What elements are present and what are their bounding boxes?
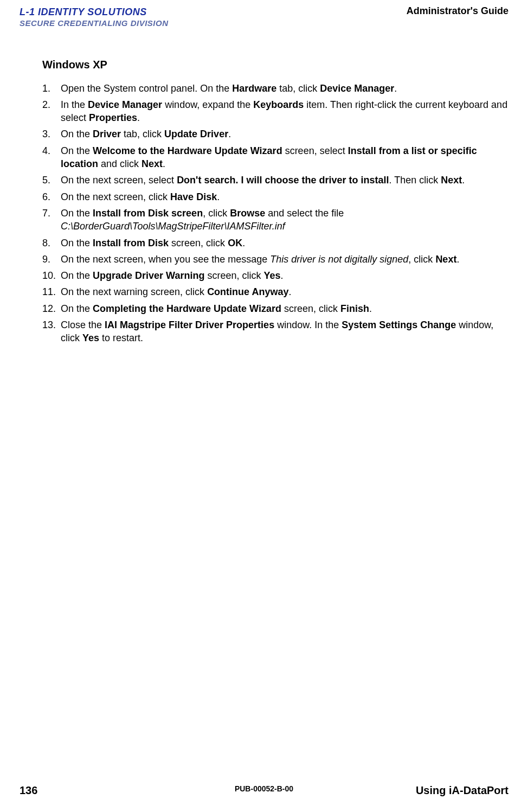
text: window. In the [274, 319, 342, 330]
text: Open the System control panel. On the [61, 83, 232, 94]
text: . [462, 175, 465, 186]
bold: Upgrade Driver Warning [93, 270, 204, 281]
step-1: Open the System control panel. On the Ha… [42, 82, 508, 95]
text: . [217, 191, 220, 202]
text: screen, click [204, 270, 263, 281]
step-9: On the next screen, when you see the mes… [42, 253, 508, 266]
page-number: 136 [20, 784, 37, 797]
steps-list: Open the System control panel. On the Ha… [42, 82, 508, 345]
bold: Yes [82, 333, 99, 343]
bold: Continue Anyway [207, 286, 288, 297]
bold: Keyboards [253, 99, 304, 110]
document-title: Administrator's Guide [407, 5, 508, 17]
step-7: On the Install from Disk screen, click B… [42, 207, 508, 233]
text: On the [61, 145, 93, 156]
bold: Finish [340, 303, 369, 314]
section-heading: Windows XP [42, 59, 508, 71]
text: . [456, 254, 459, 265]
step-8: On the Install from Disk screen, click O… [42, 236, 508, 250]
text: . Then click [389, 175, 441, 186]
section-name: Using iA-DataPort [416, 784, 508, 797]
text: . [242, 238, 245, 248]
text: On the next screen, select [61, 175, 177, 186]
bold: Welcome to the Hardware Update Wizard [93, 145, 282, 156]
step-4: On the Welcome to the Hardware Update Wi… [42, 144, 508, 171]
publication-id: PUB-00052-B-00 [235, 784, 293, 793]
italic: C:\BorderGuard\Tools\MagStripeFilter\IAM… [61, 221, 285, 232]
step-3: On the Driver tab, click Update Driver. [42, 127, 508, 140]
step-11: On the next warning screen, click Contin… [42, 285, 508, 298]
bold: Completing the Hardware Update Wizard [93, 303, 281, 314]
bold: Don't search. I will choose the driver t… [177, 175, 389, 186]
text: to restart. [99, 333, 143, 343]
logo-line-1: L-1 IDENTITY SOLUTIONS [20, 7, 169, 18]
bold: Driver [93, 129, 121, 139]
text: On the [61, 129, 93, 139]
page-footer: 136 PUB-00052-B-00 Using iA-DataPort [0, 784, 528, 797]
logo-block: L-1 IDENTITY SOLUTIONS SECURE CREDENTIAL… [20, 7, 169, 28]
text: . [163, 158, 165, 169]
text: , click [408, 254, 435, 265]
text: window, expand the [162, 99, 253, 110]
text: On the [61, 238, 93, 248]
text: On the next screen, click [61, 191, 170, 202]
bold: Install from Disk screen [93, 208, 203, 219]
bold: Yes [263, 270, 280, 281]
text: screen, click [169, 238, 228, 248]
italic: This driver is not digitally signed [270, 254, 408, 265]
bold: Next [141, 158, 163, 169]
bold: System Settings Change [342, 319, 456, 330]
text: tab, click [276, 83, 320, 94]
step-10: On the Upgrade Driver Warning screen, cl… [42, 269, 508, 282]
bold: Update Driver [164, 129, 228, 139]
bold: Hardware [232, 83, 276, 94]
text: tab, click [121, 129, 164, 139]
bold: Have Disk [170, 191, 217, 202]
text: . [394, 83, 397, 94]
text: and click [98, 158, 141, 169]
text: In the [61, 99, 88, 110]
text: , click [203, 208, 230, 219]
text: On the [61, 208, 93, 219]
step-2: In the Device Manager window, expand the… [42, 98, 508, 125]
bold: Next [441, 175, 462, 186]
step-12: On the Completing the Hardware Update Wi… [42, 302, 508, 315]
bold: Next [435, 254, 456, 265]
bold: Properties [89, 112, 137, 123]
text: and select the file [265, 208, 344, 219]
text: On the next screen, when you see the mes… [61, 254, 270, 265]
step-5: On the next screen, select Don't search.… [42, 174, 508, 187]
text: On the [61, 270, 93, 281]
text: . [228, 129, 231, 139]
bold: Install from Disk [93, 238, 169, 248]
bold: Browse [230, 208, 265, 219]
text: screen, select [282, 145, 348, 156]
step-6: On the next screen, click Have Disk. [42, 190, 508, 203]
bold: Device Manager [320, 83, 394, 94]
bold: Device Manager [88, 99, 162, 110]
text: . [288, 286, 291, 297]
text: . [281, 270, 284, 281]
text: . [369, 303, 372, 314]
text: . [137, 112, 140, 123]
logo-line-2: SECURE CREDENTIALING DIVISION [20, 18, 169, 28]
text: Close the [61, 319, 105, 330]
text: screen, click [281, 303, 340, 314]
text: On the next warning screen, click [61, 286, 207, 297]
step-13: Close the IAI Magstripe Filter Driver Pr… [42, 318, 508, 345]
page-header: L-1 IDENTITY SOLUTIONS SECURE CREDENTIAL… [20, 7, 508, 28]
bold: OK [228, 238, 242, 248]
text: On the [61, 303, 93, 314]
content-area: Windows XP Open the System control panel… [20, 59, 508, 345]
bold: IAI Magstripe Filter Driver Properties [105, 319, 274, 330]
